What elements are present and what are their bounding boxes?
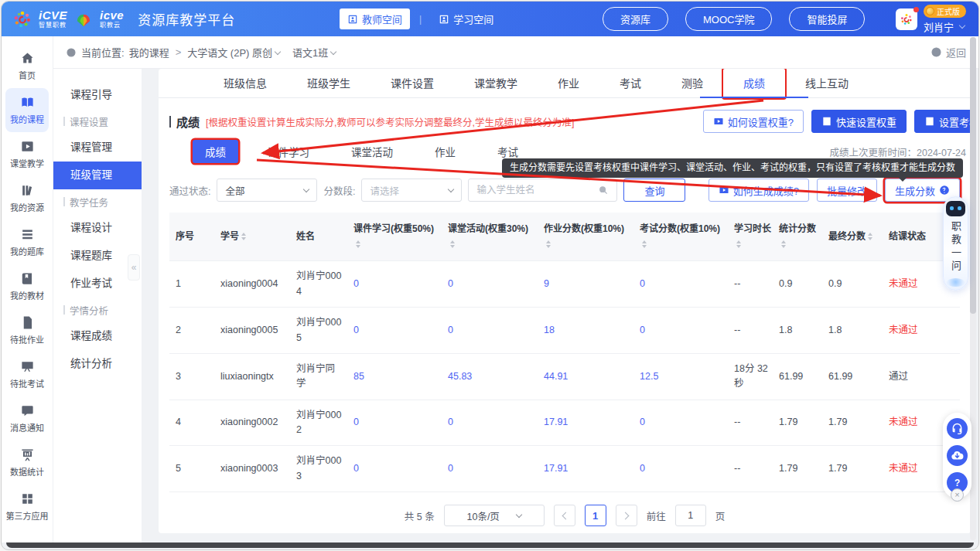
menu-item[interactable]: 课程管理 <box>53 134 142 162</box>
score-link[interactable]: 17.91 <box>544 417 568 427</box>
weight-button[interactable]: 快速设置权重 <box>811 110 907 133</box>
back-button[interactable]: 返回 <box>930 45 966 60</box>
grade-sub-tab[interactable]: 作业 <box>422 140 468 163</box>
app-icon[interactable] <box>896 9 917 30</box>
score-link[interactable]: 0 <box>448 325 453 335</box>
assistant-widget[interactable]: 职教一问 <box>943 196 968 291</box>
header-nav-pill[interactable]: 资源库 <box>603 7 668 31</box>
headset-button[interactable] <box>947 418 968 439</box>
class-tab[interactable]: 测验 <box>661 69 723 98</box>
class-tab[interactable]: 成绩 <box>723 69 785 98</box>
class-tab[interactable]: 班级信息 <box>203 69 287 98</box>
score-link[interactable]: 18 <box>544 325 555 335</box>
score-link[interactable]: 0 <box>640 463 645 474</box>
sort-icon[interactable] <box>356 240 360 248</box>
sort-icon[interactable] <box>642 240 647 248</box>
menu-item[interactable]: 统计分析 <box>53 350 142 378</box>
column-header[interactable]: 课堂活动(权重30%) <box>442 213 538 261</box>
score-link[interactable]: 0 <box>640 278 645 289</box>
score-link[interactable]: 0 <box>640 417 645 427</box>
breadcrumb-my-courses[interactable]: 我的课程 <box>129 45 169 60</box>
action-button[interactable]: 批量修改 <box>817 179 877 202</box>
score-link[interactable]: 45.83 <box>448 371 472 382</box>
sidebar-item[interactable]: 待批考试 <box>5 352 49 396</box>
score-link[interactable]: 85 <box>353 371 364 382</box>
sidebar-item[interactable]: 课堂教学 <box>5 132 49 176</box>
sort-icon[interactable] <box>868 233 872 240</box>
grade-sub-tab[interactable]: 课堂活动 <box>339 140 405 163</box>
grade-sub-tab[interactable]: 课件学习 <box>255 140 322 163</box>
sidebar-item[interactable]: 第三方应用 <box>5 485 49 529</box>
score-link[interactable]: 0 <box>448 278 453 289</box>
cloud-download-button[interactable] <box>947 445 968 466</box>
query-button[interactable]: 查询 <box>623 179 685 202</box>
score-link[interactable]: 0 <box>353 417 359 427</box>
sidebar-item[interactable]: 我的教材 <box>5 264 49 308</box>
header-nav-pill[interactable]: 智能投屏 <box>789 7 865 31</box>
sidebar-item[interactable]: 我的题库 <box>5 220 49 264</box>
column-header[interactable]: 考试分数(权重10%) <box>633 213 728 261</box>
score-link[interactable]: 0 <box>353 325 359 335</box>
action-button[interactable]: 如何生成成绩? <box>709 179 809 202</box>
sort-icon[interactable] <box>450 240 455 248</box>
header-nav-pill[interactable]: MOOC学院 <box>685 7 772 31</box>
column-header[interactable]: 最终分数 <box>822 213 883 261</box>
score-link[interactable]: 9 <box>544 278 549 289</box>
table-row: 2xiaoning0005刘肖宁000500180--1.81.8未通过 <box>169 308 960 354</box>
class-dropdown[interactable]: 语文1班 <box>292 45 336 60</box>
sort-icon[interactable] <box>781 240 786 248</box>
goto-page-input[interactable] <box>675 505 706 526</box>
homework-icon <box>20 315 35 330</box>
score-link[interactable]: 17.91 <box>544 463 568 474</box>
sidebar-item[interactable]: 我的课程 <box>5 88 49 132</box>
score-link[interactable]: 0 <box>353 278 359 289</box>
sort-icon[interactable] <box>736 240 741 248</box>
prev-page-button[interactable] <box>554 505 575 526</box>
weight-button[interactable]: 设置考核权重 <box>914 110 971 133</box>
menu-collapse-handle[interactable]: « <box>128 254 140 281</box>
column-header[interactable]: 统计分数 <box>773 213 822 261</box>
column-header[interactable]: 学号 <box>214 213 290 261</box>
student-name-input[interactable] <box>476 185 598 196</box>
header-space-tab[interactable]: 教师空间 <box>340 9 410 29</box>
class-tab[interactable]: 线上互动 <box>785 69 869 98</box>
class-tab[interactable]: 作业 <box>538 69 599 98</box>
class-tab[interactable]: 班级学生 <box>287 69 370 98</box>
class-tab[interactable]: 课堂教学 <box>454 69 538 98</box>
class-tab[interactable]: 考试 <box>599 69 661 98</box>
score-link[interactable]: 0 <box>448 417 453 427</box>
menu-item[interactable]: 课程引导 <box>53 81 142 109</box>
sidebar-item[interactable]: 首页 <box>5 44 49 88</box>
class-tab[interactable]: 课件设置 <box>370 69 454 98</box>
user-menu[interactable]: 刘肖宁 <box>924 19 965 34</box>
sidebar-item[interactable]: 待批作业 <box>5 308 49 352</box>
menu-item[interactable]: 课程设计 <box>53 214 142 242</box>
score-range-select[interactable]: 请选择 <box>361 179 462 202</box>
menu-item[interactable]: 班级管理 <box>53 162 142 189</box>
weight-button[interactable]: 如何设置权重? <box>703 110 804 133</box>
page-1-button[interactable]: 1 <box>585 505 606 526</box>
score-link[interactable]: 0 <box>448 463 453 474</box>
score-link[interactable]: 0 <box>640 325 645 335</box>
close-float-button[interactable]: × <box>951 488 964 502</box>
page-size-select[interactable]: 10条/页 <box>444 505 545 526</box>
sort-icon[interactable] <box>546 240 551 248</box>
column-header[interactable]: 课件学习(权重50%) <box>347 213 442 261</box>
scrollbar-thumb[interactable] <box>970 37 976 314</box>
score-link[interactable]: 44.91 <box>544 371 568 382</box>
column-header[interactable]: 学习时长 <box>728 213 773 261</box>
course-dropdown[interactable]: 大学语文 (2P) 原创 <box>187 45 280 60</box>
column-header[interactable]: 作业分数(权重10%) <box>538 213 633 261</box>
pass-status-select[interactable]: 全部 <box>217 179 317 202</box>
grade-sub-tab[interactable]: 成绩 <box>193 140 238 163</box>
sidebar-item[interactable]: 数据统计 <box>5 440 49 485</box>
sort-icon[interactable] <box>241 233 246 240</box>
menu-item[interactable]: 课程成绩 <box>53 322 142 350</box>
score-link[interactable]: 0 <box>353 463 359 474</box>
header-space-tab[interactable]: 学习空间 <box>431 9 501 29</box>
score-link[interactable]: 12.5 <box>640 371 658 382</box>
next-page-button[interactable] <box>616 505 637 526</box>
sidebar-item[interactable]: 我的资源 <box>5 176 49 220</box>
cell-activity: 0 <box>442 261 538 308</box>
sidebar-item[interactable]: 消息通知 <box>5 396 49 440</box>
